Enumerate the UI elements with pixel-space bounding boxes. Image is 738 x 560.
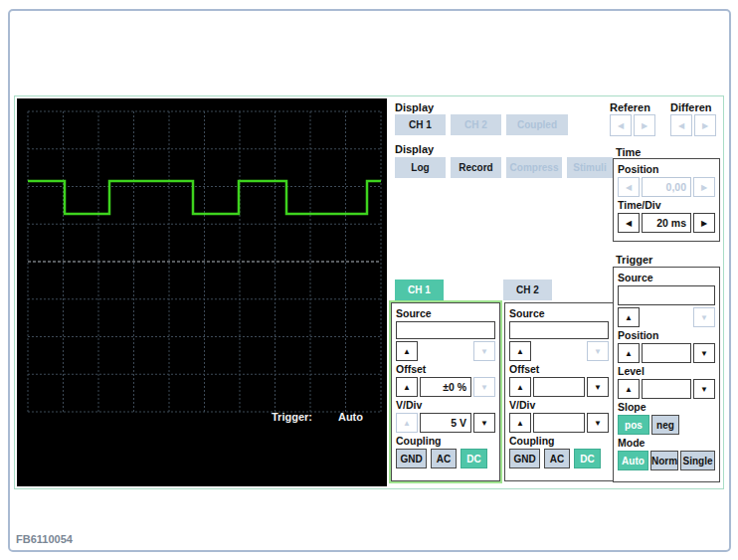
- trigger-level-up-button[interactable]: ▲: [618, 379, 640, 399]
- differen-next-button[interactable]: ▶: [694, 114, 716, 136]
- right-arrow-icon: ▶: [702, 121, 708, 130]
- compress-button[interactable]: Compress: [506, 157, 562, 178]
- down-arrow-icon: ▼: [480, 383, 488, 392]
- ch2-coupling-dc-button[interactable]: DC: [574, 449, 601, 468]
- time-position-increment-button[interactable]: ▶: [693, 177, 715, 197]
- trigger-position-up-button[interactable]: ▲: [618, 343, 640, 363]
- display-mode-label: Display: [395, 143, 434, 155]
- right-arrow-icon: ▶: [642, 121, 647, 130]
- instrument-panel: Trigger: Auto Display CH 1 CH 2 Coupled …: [14, 95, 724, 489]
- time-box: Position ◀ 0,00 ▶ Time/Div ◀ 20 ms ▶: [613, 158, 720, 242]
- down-arrow-icon: ▼: [594, 419, 602, 428]
- down-arrow-icon: ▼: [594, 383, 602, 392]
- timediv-value-field[interactable]: 20 ms: [642, 213, 691, 233]
- ch1-source-down-button[interactable]: ▼: [473, 341, 495, 361]
- display-ch1-button[interactable]: CH 1: [395, 114, 446, 135]
- ch2-offset-value-field[interactable]: [533, 377, 585, 397]
- timediv-decrement-button[interactable]: ◀: [618, 213, 640, 233]
- ch2-source-label: Source: [509, 307, 609, 319]
- ch2-offset-up-button[interactable]: ▲: [509, 377, 531, 397]
- ch1-vdiv-up-button[interactable]: ▲: [396, 413, 418, 433]
- ch1-coupling-gnd-button[interactable]: GND: [396, 449, 427, 468]
- trigger-section-label: Trigger: [616, 254, 652, 266]
- referen-label: Referen: [610, 101, 650, 113]
- trigger-status-value: Auto: [338, 411, 363, 423]
- up-arrow-icon: ▲: [625, 349, 633, 358]
- up-arrow-icon: ▲: [516, 347, 524, 356]
- left-arrow-icon: ◀: [678, 121, 684, 130]
- slope-pos-button[interactable]: pos: [618, 415, 649, 435]
- ch1-vdiv-label: V/Div: [396, 399, 495, 411]
- ch1-vdiv-value-field[interactable]: 5 V: [420, 413, 471, 433]
- right-arrow-icon: ▶: [701, 219, 707, 228]
- trigger-position-label: Position: [618, 329, 715, 341]
- ch1-offset-down-button[interactable]: ▼: [473, 377, 495, 397]
- log-button[interactable]: Log: [395, 157, 446, 178]
- ch2-vdiv-label: V/Div: [509, 399, 609, 411]
- ch2-panel: Source ▲ ▼ Offset ▲ ▼ V/Div ▲ ▼ Coupling…: [504, 302, 614, 481]
- ch2-select-button[interactable]: CH 2: [503, 280, 552, 300]
- ch2-coupling-gnd-button[interactable]: GND: [509, 449, 540, 468]
- ch1-panel: Source ▲ ▼ Offset ▲ ±0 % ▼ V/Div ▲ 5 V ▼…: [391, 302, 500, 481]
- display-coupled-button[interactable]: Coupled: [506, 114, 568, 135]
- mode-single-button[interactable]: Single: [680, 451, 715, 470]
- ch2-coupling-label: Coupling: [509, 435, 609, 447]
- time-position-value-field[interactable]: 0,00: [642, 177, 691, 197]
- trigger-status-label: Trigger:: [272, 411, 312, 423]
- ch2-source-down-button[interactable]: ▼: [587, 341, 609, 361]
- slope-label: Slope: [618, 401, 715, 413]
- ch1-offset-up-button[interactable]: ▲: [396, 377, 418, 397]
- ch1-vdiv-down-button[interactable]: ▼: [473, 413, 495, 433]
- record-button[interactable]: Record: [451, 157, 501, 178]
- mode-auto-button[interactable]: Auto: [618, 451, 648, 470]
- referen-next-button[interactable]: ▶: [634, 114, 655, 136]
- mode-norm-button[interactable]: Norm: [650, 451, 678, 470]
- trigger-level-down-button[interactable]: ▼: [693, 379, 715, 399]
- ch1-coupling-dc-button[interactable]: DC: [461, 449, 487, 468]
- down-arrow-icon: ▼: [700, 313, 708, 322]
- trigger-status: Trigger: Auto: [272, 411, 363, 423]
- trigger-level-label: Level: [618, 365, 715, 377]
- ch2-source-up-button[interactable]: ▲: [509, 341, 531, 361]
- ch1-offset-value-field[interactable]: ±0 %: [420, 377, 471, 397]
- trigger-source-field[interactable]: [618, 285, 715, 305]
- down-arrow-icon: ▼: [594, 347, 602, 356]
- stimuli-button[interactable]: Stimuli: [567, 157, 613, 178]
- slope-neg-button[interactable]: neg: [651, 415, 679, 435]
- waveform-trace: [28, 181, 381, 214]
- down-arrow-icon: ▼: [480, 419, 488, 428]
- ch1-coupling-label: Coupling: [396, 435, 495, 447]
- ch1-coupling-ac-button[interactable]: AC: [431, 449, 457, 468]
- trigger-source-up-button[interactable]: ▲: [618, 307, 640, 327]
- ch2-source-field[interactable]: [509, 321, 609, 339]
- ch1-offset-label: Offset: [396, 363, 495, 375]
- trigger-level-value-field[interactable]: [642, 379, 691, 399]
- trigger-source-down-button[interactable]: ▼: [693, 307, 715, 327]
- down-arrow-icon: ▼: [700, 385, 708, 394]
- ch1-select-button[interactable]: CH 1: [395, 280, 444, 300]
- down-arrow-icon: ▼: [480, 347, 488, 356]
- referen-prev-button[interactable]: ◀: [610, 114, 632, 136]
- differen-prev-button[interactable]: ◀: [670, 114, 692, 136]
- ch1-source-up-button[interactable]: ▲: [396, 341, 418, 361]
- trigger-box: Source ▲ ▼ Position ▲ ▼ Level ▲ ▼ Slope …: [613, 267, 720, 482]
- display-ch2-button[interactable]: CH 2: [451, 114, 501, 135]
- timediv-increment-button[interactable]: ▶: [693, 213, 715, 233]
- ch2-vdiv-up-button[interactable]: ▲: [509, 413, 531, 433]
- ch2-offset-label: Offset: [509, 363, 609, 375]
- up-arrow-icon: ▲: [403, 383, 411, 392]
- time-position-decrement-button[interactable]: ◀: [618, 177, 640, 197]
- mode-label: Mode: [618, 437, 715, 449]
- right-arrow-icon: ▶: [701, 183, 707, 192]
- ch2-offset-down-button[interactable]: ▼: [587, 377, 609, 397]
- ch2-vdiv-value-field[interactable]: [533, 413, 585, 433]
- ch2-vdiv-down-button[interactable]: ▼: [587, 413, 609, 433]
- watermark: FB6110054: [16, 533, 73, 545]
- trigger-position-value-field[interactable]: [642, 343, 691, 363]
- timediv-label: Time/Div: [618, 199, 715, 211]
- down-arrow-icon: ▼: [700, 349, 708, 358]
- ch1-source-field[interactable]: [396, 321, 495, 339]
- trigger-position-down-button[interactable]: ▼: [693, 343, 715, 363]
- scope-display: Trigger: Auto: [17, 98, 387, 486]
- ch2-coupling-ac-button[interactable]: AC: [544, 449, 570, 468]
